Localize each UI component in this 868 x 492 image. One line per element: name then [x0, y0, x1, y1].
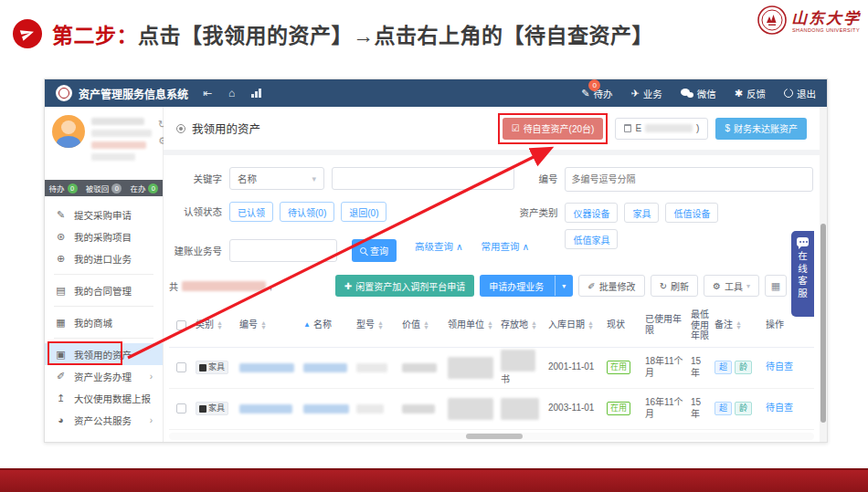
- row-checkbox[interactable]: [176, 403, 186, 413]
- page-title: 我领用的资产: [176, 120, 260, 137]
- nav-wechat[interactable]: 微信: [681, 87, 716, 100]
- chevron-down-icon[interactable]: ▾: [555, 276, 572, 296]
- redacted-count-text: [182, 281, 266, 291]
- chevron-down-icon: ▾: [746, 282, 750, 290]
- stat-inprogress[interactable]: 在办0: [130, 183, 158, 194]
- chevron-right-icon: ›: [150, 372, 153, 382]
- sort-icon[interactable]: ▲▼: [423, 320, 429, 330]
- sidebar-item-instrument-data[interactable]: ↥大仪使用数据上报: [45, 387, 163, 409]
- sort-icon[interactable]: ▲▼: [736, 320, 742, 330]
- category-equipment[interactable]: 仪器设备: [565, 203, 618, 223]
- bug-icon: ✱: [735, 88, 743, 99]
- sort-icon[interactable]: ▲▼: [377, 320, 384, 330]
- sidebar-item-purchase-projects[interactable]: ⊛我的采购项目: [45, 225, 163, 247]
- filter-returned[interactable]: 退回(0): [341, 202, 386, 222]
- wrench-icon: ⚙: [713, 281, 721, 291]
- filter-claimed[interactable]: 已认领: [229, 202, 273, 222]
- nav-business[interactable]: ✈ 业务: [631, 87, 662, 100]
- tools-button[interactable]: ⚙ 工具 ▾: [704, 275, 759, 297]
- category-tag: 家具: [196, 402, 228, 415]
- remark-tag: 超: [715, 402, 732, 415]
- chat-bubble-icon: [797, 237, 809, 246]
- sidebar-item-mall[interactable]: ▦我的商城: [45, 311, 163, 333]
- university-logo: 山东大学 SHANDONG UNIVERSITY: [757, 5, 861, 39]
- keyword-type-select[interactable]: 名称 ▾: [229, 167, 324, 190]
- home-icon[interactable]: ⌂: [228, 87, 235, 99]
- university-seal-icon: [757, 5, 788, 39]
- sidebar-item-contracts[interactable]: ▤我的合同管理: [45, 279, 163, 301]
- nav-logout[interactable]: 退出: [784, 87, 816, 100]
- pencil-icon: ✐: [587, 281, 595, 291]
- scrollbar-thumb[interactable]: [820, 224, 826, 423]
- sidebar-item-asset-business[interactable]: ✐资产业务办理›: [45, 365, 163, 387]
- search-icon: [360, 247, 366, 254]
- redacted-model: [356, 404, 384, 413]
- used-years: 18年11个月: [645, 356, 685, 379]
- stat-rejected[interactable]: 被驳回0: [86, 183, 122, 194]
- self-check-action-link[interactable]: 待自查: [766, 361, 793, 373]
- row-checkbox[interactable]: [176, 362, 186, 372]
- query-button[interactable]: 查询: [352, 239, 397, 262]
- table-row: 家具 2003-11-01 在用 16年11个月 15年 超 龄: [169, 389, 814, 430]
- advanced-query-link[interactable]: 高级查询 ∧: [415, 239, 463, 253]
- sidebar-item-submit-purchase[interactable]: ✎提交采购申请: [45, 204, 163, 225]
- sort-icon[interactable]: ▲▼: [531, 320, 537, 330]
- min-years: 15年: [691, 397, 709, 420]
- sort-icon[interactable]: ▲▼: [487, 320, 493, 330]
- code-textarea[interactable]: [565, 167, 813, 192]
- grid-view-toggle[interactable]: ▦: [765, 275, 787, 297]
- redacted-code: [239, 363, 294, 372]
- chart-icon[interactable]: [251, 89, 261, 98]
- self-check-assets-button[interactable]: ☑ 待自查资产(20台): [503, 118, 604, 140]
- remark-tag: 龄: [735, 361, 752, 374]
- app-header: 资产管理服务信息系统 ⇤ ⌂ ✎ 待办 0 ✈ 业务 微信: [45, 79, 827, 107]
- avatar[interactable]: [52, 115, 85, 148]
- horizontal-scrollbar[interactable]: [169, 433, 814, 440]
- remark-tag: 超: [715, 361, 732, 374]
- sort-icon[interactable]: ▲▼: [587, 320, 594, 330]
- category-lowvalue-equipment[interactable]: 低值设备: [665, 203, 718, 223]
- account-no-label: 建账业务号: [167, 239, 222, 257]
- category-lowvalue-furniture[interactable]: 低值家具: [565, 229, 618, 249]
- redacted-user-info: [91, 130, 152, 137]
- slide-title: 第二步：点击【我领用的资产】→点击右上角的【待自查资产】: [52, 18, 653, 49]
- category-tag: 家具: [196, 361, 228, 374]
- nav-logout-label: 退出: [797, 87, 816, 100]
- redacted-user-info: [91, 141, 146, 149]
- computer-icon: ▣: [55, 349, 67, 361]
- stat-badge: 0: [111, 183, 122, 194]
- sidebar-item-public-service[interactable]: ◕资产公共服务›: [45, 409, 163, 431]
- online-service-tab[interactable]: 在线客服: [791, 231, 814, 317]
- select-all-checkbox[interactable]: [176, 320, 186, 330]
- redacted-name: [303, 363, 347, 372]
- remark-tag: 龄: [735, 402, 752, 415]
- refresh-button[interactable]: ↻ 刷新: [651, 275, 698, 297]
- nav-feedback[interactable]: ✱ 反馈: [735, 87, 766, 100]
- sidebar-item-my-assets[interactable]: ▣ 我领用的资产: [45, 343, 163, 365]
- sidebar-item-import-business[interactable]: ⊕我的进口业务: [45, 247, 163, 269]
- redacted-value: [402, 404, 435, 413]
- check-square-icon: ☑: [512, 123, 520, 133]
- page-head: 我领用的资产 ☑ 待自查资产(20台) E: [164, 107, 820, 150]
- add-idle-asset-button[interactable]: ✚ 闲置资产加入调剂平台申请: [335, 275, 474, 297]
- annotation-box-button: ☑ 待自查资产(20台): [498, 113, 609, 144]
- filter-unclaimed[interactable]: 待认领(0): [280, 202, 334, 222]
- keyword-input[interactable]: [332, 167, 514, 190]
- batch-edit-button[interactable]: ✐ 批量修改: [578, 275, 644, 297]
- stat-todo[interactable]: 待办0: [49, 183, 78, 194]
- vertical-scrollbar[interactable]: [820, 107, 827, 442]
- sort-active-icon[interactable]: ▲: [303, 320, 311, 330]
- account-no-input[interactable]: [229, 239, 337, 262]
- filter-panel: 关键字 名称 ▾ 认领状态 已认领 待认领(0): [164, 155, 820, 267]
- recycle-assets-button[interactable]: E ): [615, 118, 708, 140]
- category-furniture[interactable]: 家具: [624, 203, 659, 223]
- sort-icon[interactable]: ▲▼: [260, 320, 267, 330]
- collapse-sidebar-icon[interactable]: ⇤: [203, 87, 212, 99]
- apply-business-button[interactable]: 申请办理业务 ▾: [480, 275, 573, 297]
- self-check-action-link[interactable]: 待自查: [766, 403, 793, 414]
- used-years: 16年11个月: [645, 397, 685, 420]
- scrollbar-thumb[interactable]: [466, 434, 523, 439]
- finance-unbooked-button[interactable]: $ 财务未达账资产: [715, 118, 807, 140]
- nav-todo[interactable]: ✎ 待办 0: [581, 87, 612, 100]
- sort-icon[interactable]: ▲▼: [217, 320, 223, 330]
